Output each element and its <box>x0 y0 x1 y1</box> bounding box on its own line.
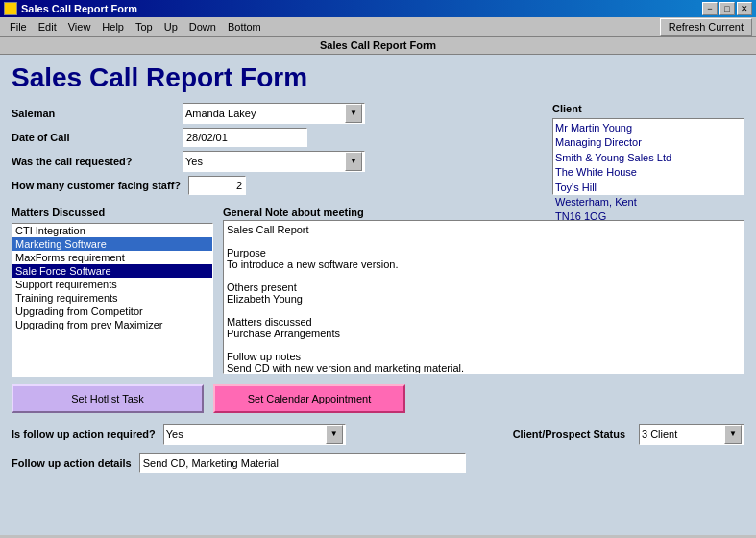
title-bar-controls: − □ ✕ <box>702 2 752 15</box>
listbox-item-salesforce[interactable]: Sale Force Software <box>12 264 212 278</box>
follow-up-select[interactable]: Yes No <box>163 424 346 445</box>
maximize-button[interactable]: □ <box>719 2 735 15</box>
minimize-button[interactable]: − <box>702 2 718 15</box>
page-heading: Sales Call Report Form <box>12 62 744 93</box>
buttons-section: Set Hotlist Task Set Calendar Appointmen… <box>12 384 744 413</box>
date-row: Date of Call <box>12 128 533 147</box>
menu-file[interactable]: File <box>4 20 33 34</box>
call-requested-select-wrapper: Yes No <box>183 151 365 172</box>
follow-up-details-row: Follow up action details <box>12 453 744 473</box>
hotlist-button[interactable]: Set Hotlist Task <box>12 384 204 413</box>
menu-help[interactable]: Help <box>96 20 130 34</box>
menu-view[interactable]: View <box>62 20 97 34</box>
menu-bar: File Edit View Help Top Up Down Bottom R… <box>0 17 756 37</box>
client-label: Client <box>552 103 582 114</box>
menu-top[interactable]: Top <box>130 20 159 34</box>
matters-label: Matters Discussed <box>12 207 213 218</box>
customer-staff-input[interactable] <box>188 176 246 195</box>
refresh-current-button[interactable]: Refresh Current <box>660 18 752 36</box>
client-status-select[interactable]: 3 Client 1 Prospect 2 Lead <box>639 424 744 445</box>
listbox-item-support[interactable]: Support requirements <box>12 278 212 291</box>
listbox-item-marketing[interactable]: Marketing Software <box>12 237 212 251</box>
form-title-text: Sales Call Report Form <box>320 39 436 51</box>
date-input[interactable] <box>183 128 307 147</box>
date-label: Date of Call <box>12 132 175 143</box>
note-textarea[interactable]: Sales Call Report Purpose To introduce a… <box>223 220 744 374</box>
calendar-button[interactable]: Set Calendar Appointment <box>213 384 405 413</box>
salesman-select[interactable]: Amanda Lakey <box>183 103 365 124</box>
client-status-select-wrapper: 3 Client 1 Prospect 2 Lead <box>639 424 744 445</box>
window-title: Sales Call Report Form <box>21 3 137 14</box>
follow-up-required-row: Is follow up action required? Yes No Cli… <box>12 424 744 445</box>
follow-up-select-wrapper: Yes No <box>163 424 346 445</box>
salesman-select-wrapper: Amanda Lakey <box>183 103 365 124</box>
client-listbox: Mr Martin Young Managing Director Smith … <box>552 118 744 195</box>
main-content: Sales Call Report Form Saleman Amanda La… <box>0 55 756 535</box>
call-requested-select[interactable]: Yes No <box>183 151 365 172</box>
middle-section: Matters Discussed CTI Integration Market… <box>12 207 744 377</box>
follow-up-details-label: Follow up action details <box>12 457 132 469</box>
client-line-4: The White House <box>555 165 742 180</box>
menu-down[interactable]: Down <box>183 20 222 34</box>
note-label: General Note about meeting <box>223 207 744 218</box>
matters-listbox[interactable]: CTI Integration Marketing Software MaxFo… <box>12 223 213 377</box>
menu-up[interactable]: Up <box>159 20 183 34</box>
menu-bottom[interactable]: Bottom <box>222 20 267 34</box>
follow-up-details-input[interactable] <box>139 453 466 473</box>
client-status-label: Client/Prospect Status <box>513 428 631 440</box>
client-line-5: Toy's Hill <box>555 181 742 195</box>
matters-panel: Matters Discussed CTI Integration Market… <box>12 207 213 377</box>
listbox-item-training[interactable]: Training requirements <box>12 291 212 305</box>
customer-staff-label: How many customer facing staff? <box>12 180 181 191</box>
client-line-1: Mr Martin Young <box>555 121 742 135</box>
app-icon <box>4 2 17 15</box>
follow-up-required-label: Is follow up action required? <box>12 428 156 440</box>
salesman-label: Saleman <box>12 108 175 119</box>
client-line-3: Smith & Young Sales Ltd <box>555 151 742 165</box>
listbox-item-maxforms[interactable]: MaxForms requirement <box>12 251 212 264</box>
title-bar: Sales Call Report Form − □ ✕ <box>0 0 756 17</box>
call-requested-label: Was the call requested? <box>12 156 175 167</box>
close-button[interactable]: ✕ <box>737 2 752 15</box>
listbox-item-cti[interactable]: CTI Integration <box>12 224 212 237</box>
client-panel: Client Mr Martin Young Managing Director… <box>533 103 744 199</box>
listbox-item-upgrading-comp[interactable]: Upgrading from Competitor <box>12 305 212 318</box>
note-panel: General Note about meeting Sales Call Re… <box>223 207 744 377</box>
customer-staff-row: How many customer facing staff? <box>12 176 533 195</box>
top-form-area: Saleman Amanda Lakey Date of Call Was th… <box>12 103 744 199</box>
client-line-2: Managing Director <box>555 135 742 150</box>
call-requested-row: Was the call requested? Yes No <box>12 151 533 172</box>
form-title-bar: Sales Call Report Form <box>0 37 756 55</box>
salesman-row: Saleman Amanda Lakey <box>12 103 533 124</box>
menu-edit[interactable]: Edit <box>33 20 62 34</box>
title-bar-left: Sales Call Report Form <box>4 2 137 15</box>
listbox-item-upgrading-max[interactable]: Upgrading from prev Maximizer <box>12 318 212 331</box>
form-fields-left: Saleman Amanda Lakey Date of Call Was th… <box>12 103 533 199</box>
